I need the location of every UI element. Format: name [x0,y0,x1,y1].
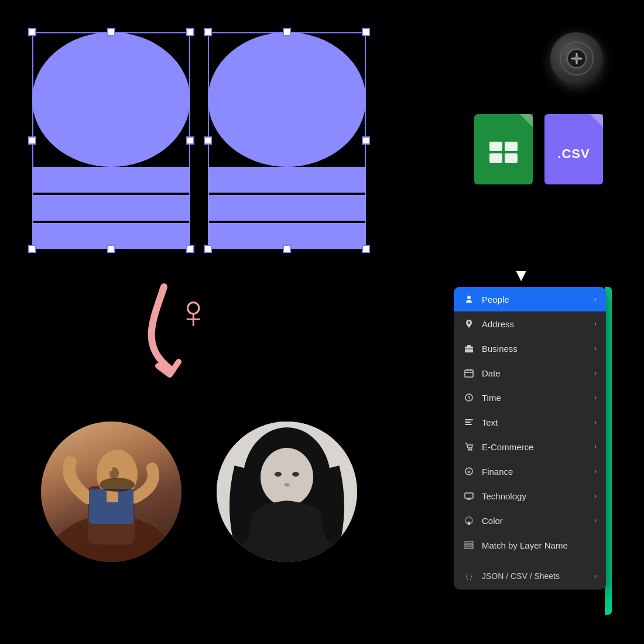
address-chevron-icon: › [594,320,597,328]
svg-rect-23 [465,370,473,377]
menu-item-people-label: People [482,294,587,304]
dropdown-menu: People › Address › Business › Date › Tim… [454,287,606,590]
photo-circle-woman [217,422,357,562]
menu-item-match-label: Match by Layer Name [482,540,597,550]
text-chevron-icon: › [594,418,597,426]
people-chevron-icon: › [594,295,597,303]
menu-item-business[interactable]: Business › [454,336,606,361]
handle-br-2[interactable] [362,245,370,253]
handle-bl-2[interactable] [204,245,212,253]
menu-item-time-label: Time [482,393,587,403]
json-icon: { } [463,570,475,582]
business-icon [463,342,475,354]
handle-bc-1[interactable] [107,245,115,253]
time-icon [463,392,475,403]
svg-rect-35 [465,547,473,549]
handle-tr-2[interactable] [362,28,370,36]
svg-rect-34 [465,544,473,546]
svg-text:♀: ♀ [176,286,211,338]
handle-mr-2[interactable] [362,136,370,145]
business-chevron-icon: › [594,344,597,352]
menu-item-match[interactable]: Match by Layer Name [454,533,606,557]
menu-item-date[interactable]: Date › [454,361,606,385]
csv-icon[interactable]: .CSV [544,114,603,184]
menu-item-finance-label: Finance [482,467,587,477]
menu-item-people[interactable]: People › [454,287,606,311]
menu-item-date-label: Date [482,368,587,378]
address-icon [463,318,475,330]
sheets-icon[interactable] [474,114,533,184]
svg-point-8 [100,478,135,492]
text-row-2a [208,167,366,193]
menu-item-text[interactable]: Text › [454,410,606,434]
menu-item-finance[interactable]: Finance › [454,459,606,484]
menu-item-technology-label: Technology [482,491,587,501]
sheets-grid [489,142,518,163]
svg-point-29 [471,449,472,450]
sheets-cell-3 [489,153,502,163]
handle-tc-2[interactable] [283,28,291,36]
app-icon-circle [550,32,603,85]
svg-rect-27 [465,424,472,425]
handle-mr-1[interactable] [186,136,194,145]
handle-tr-1[interactable] [186,28,194,36]
date-icon [463,367,475,379]
svg-rect-31 [465,493,473,498]
technology-icon [463,490,475,502]
handle-bl-1[interactable] [28,245,36,253]
menu-item-text-label: Text [482,417,587,427]
handle-ml-1[interactable] [28,136,36,145]
sheets-cell-4 [505,153,518,163]
shape-item-1[interactable] [32,32,190,249]
handle-tl-2[interactable] [204,28,212,36]
handle-tc-1[interactable] [107,28,115,36]
color-chevron-icon: › [594,516,597,525]
menu-item-ecommerce[interactable]: E-Commerce › [454,434,606,459]
text-rows-2 [208,167,366,249]
time-chevron-icon: › [594,393,597,402]
sheets-cell-1 [489,142,502,151]
people-icon [463,293,475,305]
ecommerce-chevron-icon: › [594,443,597,451]
handle-br-1[interactable] [186,245,194,253]
menu-item-color-label: Color [482,516,587,526]
svg-point-14 [284,483,290,487]
handle-tl-1[interactable] [28,28,36,36]
handle-ml-2[interactable] [204,136,212,145]
csv-label: .CSV [557,146,590,162]
handle-bc-2[interactable] [283,245,291,253]
text-icon [463,416,475,428]
color-icon [463,515,475,526]
svg-rect-26 [465,422,471,423]
svg-point-28 [468,449,470,450]
shape-group [32,32,395,249]
menu-divider [454,560,606,560]
svg-rect-33 [465,542,473,543]
menu-item-business-label: Business [482,344,587,354]
menu-item-ecommerce-label: E-Commerce [482,442,587,452]
svg-point-7 [108,468,112,471]
sheets-corner [520,114,533,127]
menu-item-address[interactable]: Address › [454,311,606,336]
menu-item-technology[interactable]: Technology › [454,484,606,508]
text-row-1a [32,167,190,193]
circle-shape-1 [32,32,190,167]
date-chevron-icon: › [594,369,597,377]
sheets-cell-2 [505,142,518,151]
menu-item-color[interactable]: Color › [454,508,606,533]
arrow-svg: ♀ [117,275,246,404]
photo-woman-bg [217,422,357,562]
app-icon[interactable] [550,32,603,85]
menu-footer[interactable]: { } JSON / CSV / Sheets › [454,563,606,590]
menu-item-address-label: Address [482,319,587,329]
menu-footer-label: JSON / CSV / Sheets [482,571,587,581]
finance-chevron-icon: › [594,467,597,475]
canvas-area [32,32,395,255]
svg-point-13 [292,472,299,477]
svg-point-11 [261,448,313,506]
app-icon-svg [559,41,594,76]
shape-item-2[interactable] [208,32,366,249]
text-row-2b [208,195,366,221]
svg-rect-5 [107,491,118,502]
menu-item-time[interactable]: Time › [454,385,606,410]
